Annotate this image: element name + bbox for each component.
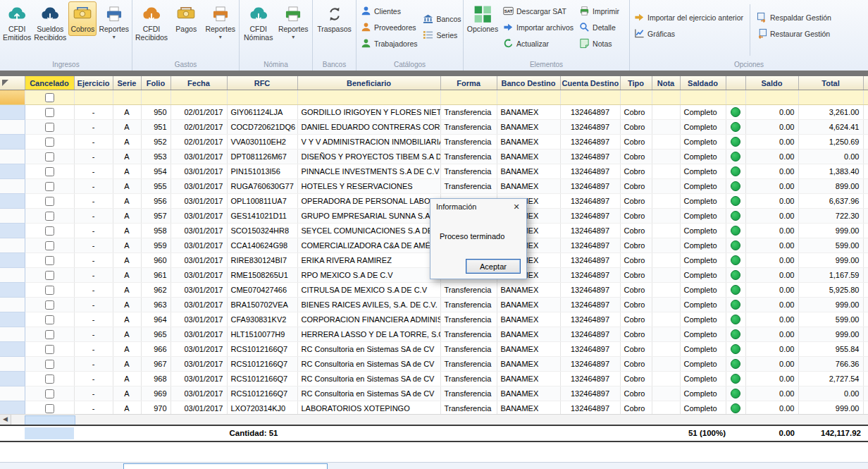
cfdi-emitidos-button[interactable]: CFDI Emitidos bbox=[2, 1, 32, 44]
filter-row[interactable] bbox=[0, 90, 868, 105]
table-row[interactable]: -A96403/01/2017CFA930831KV2CORPORACION F… bbox=[0, 312, 868, 327]
column-header-nota[interactable]: Nota bbox=[652, 76, 680, 90]
cfdi-recibidos-button[interactable]: CFDI Recibidos bbox=[135, 1, 168, 44]
estado-cell bbox=[726, 298, 745, 312]
graficas-button[interactable]: Gráficas bbox=[632, 28, 745, 39]
cancelado-checkbox[interactable] bbox=[45, 286, 54, 295]
bancos-button[interactable]: Bancos bbox=[421, 13, 463, 25]
saldo-cell: 0.00 bbox=[745, 209, 798, 224]
traspasos-button[interactable]: Traspasos bbox=[315, 1, 354, 36]
column-header-rfc[interactable]: RFC bbox=[227, 76, 297, 90]
scroll-left-icon[interactable]: ◀ bbox=[0, 415, 11, 425]
reportes-gastos-button[interactable]: Reportes ▾ bbox=[204, 1, 237, 42]
cfdi-nominas-button[interactable]: CFDI Nóminas bbox=[242, 1, 275, 44]
cancelado-checkbox[interactable] bbox=[45, 315, 54, 324]
table-row[interactable]: -A95102/01/2017COCD720621DQ6DANIEL EDUAR… bbox=[0, 120, 868, 135]
cancelado-checkbox[interactable] bbox=[45, 212, 54, 221]
cancelado-checkbox[interactable] bbox=[45, 197, 54, 206]
series-button[interactable]: Series bbox=[421, 29, 463, 41]
opciones-button[interactable]: Opciones bbox=[466, 1, 500, 36]
filter-cancelado-cell[interactable] bbox=[25, 90, 74, 105]
detalle-button[interactable]: Detalle bbox=[577, 21, 621, 33]
cancelado-checkbox[interactable] bbox=[45, 108, 54, 117]
table-row[interactable]: -A95303/01/2017DPT081126M67DISEÑOS Y PRO… bbox=[0, 150, 868, 164]
importar-archivos-button[interactable]: Importar archivos bbox=[501, 21, 576, 33]
cancelado-checkbox[interactable] bbox=[45, 167, 54, 176]
table-row[interactable]: -A96303/01/2017BRA150702VEABIENES RAICES… bbox=[0, 298, 868, 312]
table-row[interactable]: -A96603/01/2017RCS1012166Q7RC Consultori… bbox=[0, 342, 868, 357]
ejercicio-cell: - bbox=[74, 342, 113, 357]
column-header-fecha[interactable]: Fecha bbox=[170, 76, 227, 90]
column-header-cuenta-destino[interactable]: Cuenta Destino bbox=[560, 76, 620, 90]
close-icon[interactable]: ✕ bbox=[507, 199, 526, 214]
horizontal-scrollbar[interactable]: ◀ bbox=[0, 414, 868, 425]
cancelado-checkbox[interactable] bbox=[45, 374, 54, 384]
imprimir-button[interactable]: Imprimir bbox=[577, 5, 621, 17]
column-header-saldo[interactable]: Saldo bbox=[745, 76, 798, 90]
cancelado-checkbox[interactable] bbox=[45, 241, 54, 250]
table-row[interactable]: -A95403/01/2017PIN151013I56PINNACLE INVE… bbox=[0, 164, 868, 179]
table-row[interactable]: -A95002/01/2017GIY061124LJAGORDILLO IRIG… bbox=[0, 105, 868, 120]
cancelado-checkbox[interactable] bbox=[45, 300, 54, 310]
cancelado-checkbox[interactable] bbox=[45, 152, 54, 162]
table-row[interactable]: -A96903/01/2017RCS1012166Q7RC Consultori… bbox=[0, 386, 868, 401]
clientes-button[interactable]: Clientes bbox=[359, 5, 419, 17]
restaurar-gestion-button[interactable]: Restaurar Gestión bbox=[755, 28, 833, 39]
column-header-tipo[interactable]: Tipo bbox=[620, 76, 652, 90]
importar-ejercicio-anterior-button[interactable]: Importar del ejercicio anterior bbox=[632, 11, 745, 23]
cancelado-checkbox[interactable] bbox=[45, 360, 54, 369]
column-header-cancelado[interactable]: Cancelado bbox=[25, 76, 74, 90]
column-header-total[interactable]: Total bbox=[798, 76, 863, 90]
column-header-row-indicator[interactable] bbox=[0, 76, 25, 90]
column-header-forma[interactable]: Forma bbox=[440, 76, 497, 90]
cancelado-checkbox[interactable] bbox=[45, 271, 54, 280]
cancelado-checkbox[interactable] bbox=[45, 404, 54, 413]
cancelado-checkbox[interactable] bbox=[45, 389, 54, 398]
cancelado-checkbox[interactable] bbox=[45, 138, 54, 147]
nota-cell bbox=[652, 164, 680, 179]
column-header-saldado[interactable]: Saldado bbox=[680, 76, 726, 90]
column-header-beneficiario[interactable]: Beneficiario bbox=[297, 76, 440, 90]
filter-cancelado-checkbox[interactable] bbox=[45, 93, 54, 102]
respaldar-gestion-button[interactable]: Respaldar Gestión bbox=[755, 11, 833, 23]
cancelado-checkbox[interactable] bbox=[45, 345, 54, 354]
column-header-folio[interactable]: Folio bbox=[141, 76, 170, 90]
ejercicio-cell: - bbox=[74, 401, 113, 415]
group-divider bbox=[750, 4, 750, 56]
reportes-ingresos-button[interactable]: Reportes ▾ bbox=[98, 1, 130, 42]
table-row[interactable]: -A96803/01/2017RCS1012166Q7RC Consultori… bbox=[0, 372, 868, 386]
trabajadores-button[interactable]: Trabajadores bbox=[359, 37, 419, 49]
actualizar-button[interactable]: Actualizar bbox=[501, 37, 576, 49]
column-header-banco-destino[interactable]: Banco Destino bbox=[497, 76, 560, 90]
proveedores-button[interactable]: Proveedores bbox=[359, 21, 419, 33]
cancelado-checkbox[interactable] bbox=[45, 330, 54, 339]
notas-button[interactable]: Notas bbox=[577, 37, 621, 49]
cancelado-checkbox[interactable] bbox=[45, 123, 54, 132]
table-row[interactable]: -A96503/01/2017HLT1510077H9HERRERA LASSO… bbox=[0, 327, 868, 342]
reportes-nomina-button[interactable]: Reportes ▾ bbox=[277, 1, 311, 42]
cut-cell bbox=[863, 372, 868, 386]
table-row[interactable]: -A96703/01/2017RCS1012166Q7RC Consultori… bbox=[0, 357, 868, 372]
column-header-ejercicio[interactable]: Ejercicio bbox=[74, 76, 113, 90]
cancelado-checkbox[interactable] bbox=[45, 226, 54, 236]
cut-cell bbox=[863, 342, 868, 357]
pagos-button[interactable]: Pagos bbox=[170, 1, 203, 36]
descargar-sat-button[interactable]: SAT Descargar SAT bbox=[501, 5, 576, 17]
table-row[interactable]: -A95202/01/2017VVA030110EH2V Y V ADMINIS… bbox=[0, 135, 868, 150]
forma-cell: Transferencia bbox=[440, 179, 497, 194]
table-row[interactable]: -A96203/01/2017CME070427466CITRULSA DE M… bbox=[0, 283, 868, 298]
filter-cell bbox=[440, 90, 497, 105]
aceptar-button[interactable]: Aceptar bbox=[466, 259, 521, 274]
table-row[interactable]: -A97003/01/2017LXO720314KJ0LABORATORIOS … bbox=[0, 401, 868, 415]
scrollbar-thumb[interactable] bbox=[25, 415, 75, 425]
button-label: CFDI Recibidos bbox=[135, 25, 168, 42]
sueldos-recibidos-button[interactable]: Sueldos Recibidos bbox=[33, 1, 67, 44]
column-header-serie[interactable]: Serie bbox=[113, 76, 141, 90]
cancelado-checkbox[interactable] bbox=[45, 182, 54, 191]
column-header-estado[interactable] bbox=[726, 76, 745, 90]
folio-cell: 968 bbox=[141, 372, 170, 386]
fecha-cell: 03/01/2017 bbox=[170, 179, 227, 194]
cancelado-checkbox[interactable] bbox=[45, 256, 54, 265]
cobros-button[interactable]: Cobros bbox=[68, 1, 97, 36]
table-row[interactable]: -A95503/01/2017RUGA760630G77HOTELES Y RE… bbox=[0, 179, 868, 194]
